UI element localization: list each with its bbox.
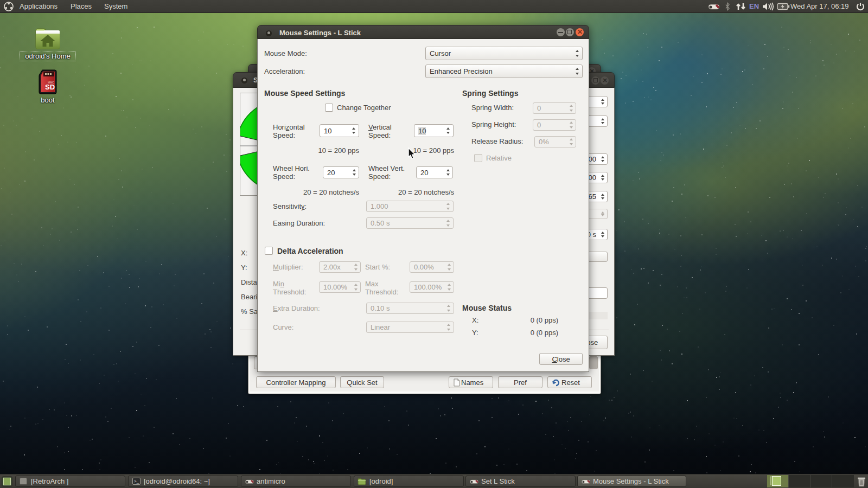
svg-text:SD: SD	[45, 83, 55, 91]
